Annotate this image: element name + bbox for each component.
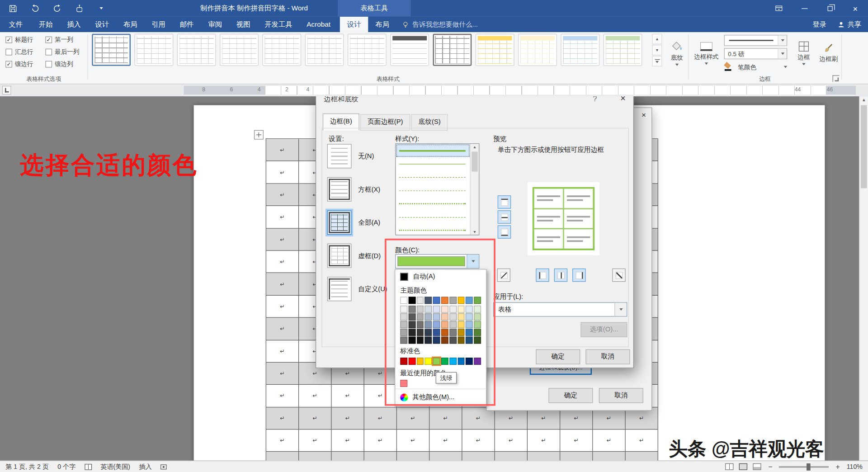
border-style-item-3[interactable]: [396, 170, 470, 184]
tab-审阅[interactable]: 审阅: [201, 17, 229, 32]
table-cell[interactable]: ↵: [299, 452, 331, 461]
combo-dropdown-button[interactable]: [614, 303, 627, 316]
theme-variant-swatch[interactable]: [474, 313, 481, 321]
contextual-tab-设计[interactable]: 设计: [340, 17, 368, 32]
theme-variant-swatch[interactable]: [425, 321, 432, 328]
sign-in-button[interactable]: 登录: [813, 19, 827, 29]
automatic-color-item[interactable]: 自动(A): [395, 269, 486, 283]
word-count[interactable]: 0 个字: [57, 463, 75, 471]
left-border-button[interactable]: [536, 269, 549, 282]
diagonal-up-border-button[interactable]: [612, 269, 625, 282]
table-cell[interactable]: ↵: [266, 139, 299, 161]
table-style-thumb-7[interactable]: [348, 34, 387, 66]
recent-color-swatch[interactable]: [400, 380, 407, 387]
tab-开发工具[interactable]: 开发工具: [257, 17, 299, 32]
table-cell[interactable]: ↵: [266, 407, 299, 430]
read-mode-icon[interactable]: [726, 463, 734, 470]
zoom-slider-thumb[interactable]: [807, 463, 811, 470]
scrollbar-thumb[interactable]: [472, 152, 477, 172]
proofing-status-icon[interactable]: [85, 464, 92, 470]
theme-variant-swatch[interactable]: [474, 329, 481, 336]
theme-color-swatch[interactable]: [408, 297, 415, 304]
theme-variant-swatch[interactable]: [433, 313, 440, 321]
table-style-thumb-2[interactable]: [135, 34, 174, 66]
diagonal-down-border-button[interactable]: [497, 269, 510, 282]
theme-variant-swatch[interactable]: [449, 329, 457, 336]
theme-variant-swatch[interactable]: [417, 329, 424, 336]
theme-color-swatch[interactable]: [449, 297, 457, 304]
table-cell[interactable]: ↵: [331, 430, 364, 452]
table-cell[interactable]: ↵: [266, 296, 299, 318]
style-option-第一列[interactable]: ✓第一列: [45, 35, 89, 43]
standard-color-swatch[interactable]: [458, 358, 465, 365]
restore-button[interactable]: [817, 0, 842, 17]
theme-variant-swatch[interactable]: [474, 336, 481, 344]
table-cell[interactable]: ↵: [266, 184, 299, 206]
table-cell[interactable]: ↵: [495, 452, 528, 461]
table-cell[interactable]: ↵: [331, 385, 364, 407]
theme-variant-swatch[interactable]: [425, 313, 432, 321]
table-cell[interactable]: ↵: [528, 452, 560, 461]
right-border-button[interactable]: [572, 269, 585, 282]
theme-variant-swatch[interactable]: [474, 321, 481, 328]
style-list-scrollbar[interactable]: ▲ ▼: [470, 144, 479, 235]
border-painter-button[interactable]: 边框刷: [817, 33, 840, 73]
setting-box[interactable]: 方框(X): [327, 177, 387, 202]
standard-color-swatch[interactable]: [474, 358, 481, 365]
top-border-button[interactable]: [498, 195, 511, 208]
table-style-thumb-10[interactable]: [476, 34, 514, 66]
theme-color-swatch[interactable]: [466, 297, 473, 304]
cancel-button[interactable]: 取消: [586, 349, 630, 364]
theme-variant-swatch[interactable]: [458, 321, 465, 328]
table-cell[interactable]: ↵: [266, 273, 299, 295]
table-cell[interactable]: ↵: [299, 407, 331, 430]
more-colors-item[interactable]: 其他颜色(M)...: [395, 389, 486, 405]
theme-variant-swatch[interactable]: [400, 306, 407, 313]
options-button[interactable]: 选项(O)...: [580, 322, 627, 337]
cancel-button[interactable]: 取消: [599, 388, 643, 403]
theme-variant-swatch[interactable]: [458, 336, 465, 344]
theme-variant-swatch[interactable]: [400, 313, 407, 321]
border-styles-button[interactable]: 边框样式: [692, 33, 721, 73]
table-cell[interactable]: ↵: [331, 407, 364, 430]
tab-开始[interactable]: 开始: [32, 17, 60, 32]
theme-variant-swatch[interactable]: [433, 329, 440, 336]
tab-视图[interactable]: 视图: [229, 17, 257, 32]
table-cell[interactable]: ↵: [266, 452, 299, 461]
theme-variant-swatch[interactable]: [408, 321, 415, 328]
standard-color-swatch[interactable]: [449, 358, 457, 365]
theme-variant-swatch[interactable]: [458, 313, 465, 321]
theme-variant-swatch[interactable]: [400, 336, 407, 344]
tab-引用[interactable]: 引用: [145, 17, 173, 32]
theme-variant-swatch[interactable]: [417, 313, 424, 321]
gallery-scroll-down-button[interactable]: ▼: [652, 45, 662, 55]
standard-color-swatch[interactable]: [425, 358, 432, 365]
theme-color-swatch[interactable]: [433, 297, 440, 304]
web-layout-icon[interactable]: [753, 463, 761, 470]
theme-variant-swatch[interactable]: [417, 321, 424, 328]
style-option-汇总行[interactable]: 汇总行: [5, 47, 44, 56]
theme-color-swatch[interactable]: [474, 297, 481, 304]
setting-none[interactable]: 无(N): [327, 143, 387, 169]
table-cell[interactable]: ↵: [429, 407, 462, 430]
theme-variant-swatch[interactable]: [408, 329, 415, 336]
zoom-in-button[interactable]: +: [835, 463, 841, 471]
standard-color-swatch[interactable]: [433, 358, 440, 365]
tab-插入[interactable]: 插入: [60, 17, 88, 32]
standard-color-swatch[interactable]: [441, 358, 448, 365]
page-indicator[interactable]: 第 1 页, 共 2 页: [5, 463, 48, 471]
table-style-thumb-13[interactable]: [604, 34, 642, 66]
minimize-button[interactable]: [792, 0, 817, 17]
theme-variant-swatch[interactable]: [449, 313, 457, 321]
shading-button[interactable]: 底纹: [666, 33, 688, 73]
theme-variant-swatch[interactable]: [466, 336, 473, 344]
table-cell[interactable]: ↵: [266, 430, 299, 452]
theme-variant-swatch[interactable]: [458, 329, 465, 336]
table-style-thumb-1[interactable]: [92, 34, 131, 66]
border-style-item-4[interactable]: [396, 184, 470, 197]
table-cell[interactable]: ↵: [364, 430, 397, 452]
theme-color-swatch[interactable]: [458, 297, 465, 304]
table-cell[interactable]: ↵: [560, 430, 593, 452]
borders-dialog-launcher[interactable]: [833, 76, 840, 82]
language-indicator[interactable]: 英语(美国): [100, 463, 130, 471]
